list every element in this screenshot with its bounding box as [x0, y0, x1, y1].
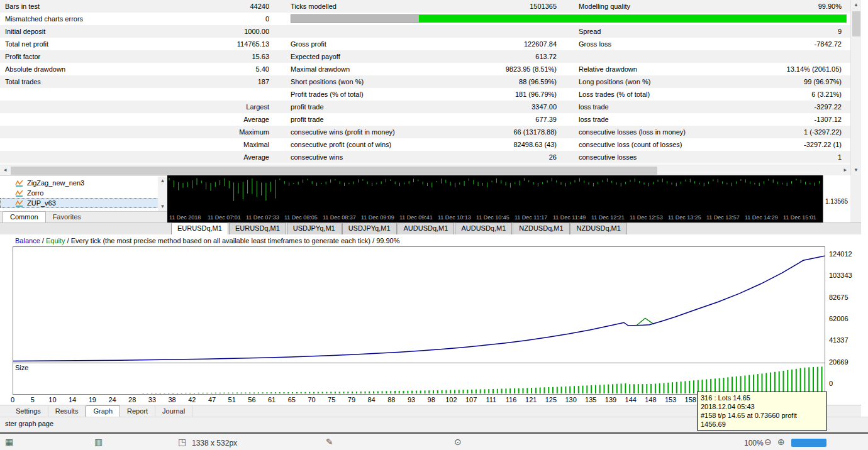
scroll-left-icon[interactable]: ◄ [0, 165, 10, 175]
price-chart[interactable]: 11 Dec 201811 Dec 07:0111 Dec 07:3311 De… [167, 175, 823, 222]
vscroll-thumb[interactable] [852, 11, 860, 36]
modelling-quality-progressbar [291, 14, 847, 23]
report-value: 181 (96.79%) [515, 88, 557, 101]
report-value: 9823.95 (8.51%) [506, 63, 557, 75]
report-value [160, 88, 269, 101]
time-axis-label: 11 Dec 13:57 [706, 214, 740, 221]
selection-icon[interactable]: ◳ [178, 437, 186, 447]
chart-tab[interactable]: AUDUSDq,M1 [455, 222, 512, 234]
navigator-tab-favorites[interactable]: Favorites [46, 212, 88, 222]
report-row[interactable]: Largestprofit trade3347.00loss trade-329… [0, 101, 850, 113]
report-row[interactable]: Total net profit114765.13Gross profit122… [0, 38, 850, 50]
x-axis-label: 125 [545, 396, 557, 403]
report-row[interactable]: Profit factor15.63Expected payoff613.72 [0, 50, 850, 63]
x-axis-label: 158 [685, 396, 696, 403]
time-axis-label: 11 Dec 09:09 [361, 214, 394, 221]
zoom-out-icon[interactable]: ⊖ [764, 437, 772, 447]
tester-tab-graph[interactable]: Graph [86, 405, 120, 417]
x-axis-label: 0 [11, 396, 14, 403]
navigator-panel: ZigZag_new_nen3ZorroZUP_v63 ▲ ▼ [0, 175, 167, 211]
scroll-right-icon[interactable]: ► [840, 165, 850, 175]
x-axis-label: 38 [168, 396, 175, 403]
navigator-item[interactable]: ZigZag_new_nen3 [0, 178, 167, 188]
report-label [0, 101, 160, 113]
chart-tab[interactable]: USDJPYq,M1 [287, 222, 342, 234]
tester-tab-settings[interactable]: Settings [9, 406, 48, 417]
tester-graph-panel: Balance / Equity / Every tick (the most … [0, 234, 861, 417]
navigator-item[interactable]: ZUP_v63 [0, 198, 167, 208]
price-scale: 1.13565 [823, 175, 850, 222]
scroll-down-icon[interactable]: ▼ [851, 165, 861, 175]
report-label: Long positions (won %) [579, 75, 650, 88]
report-row[interactable]: Maximumconsecutive wins (profit in money… [0, 126, 850, 138]
report-value: -1307.12 [815, 113, 842, 126]
report-row[interactable]: Averageprofit trade677.39loss trade-1307… [0, 113, 850, 126]
chart-tab[interactable]: AUDUSDq,M1 [398, 222, 455, 234]
report-value: 1000.00 [160, 25, 269, 38]
report-label: loss trade [579, 113, 609, 126]
chart-tab[interactable]: USDJPYq,M1 [342, 222, 397, 234]
x-axis-label: 70 [308, 396, 315, 403]
graph-legend: Balance / Equity / Every tick (the most … [15, 237, 399, 244]
report-horizontal-scrollbar[interactable]: ◄ ► [0, 165, 850, 175]
navigator-item[interactable]: Zorro [0, 188, 167, 198]
pencil-icon[interactable]: ✎ [326, 437, 333, 447]
chart-tabbar: EURUSDq,M1EURUSDq,M1USDJPYq,M1USDJPYq,M1… [0, 222, 861, 234]
x-axis-label: 5 [31, 396, 35, 403]
tester-tab-journal[interactable]: Journal [155, 406, 192, 417]
report-value: 88 (96.59%) [519, 75, 557, 88]
report-row[interactable]: Absolute drawdown5.40Maximal drawdown982… [0, 63, 850, 75]
scroll-up-icon[interactable]: ▲ [851, 0, 861, 10]
report-row[interactable]: Mismatched charts errors0 [0, 13, 850, 25]
report-value: 44240 [160, 0, 269, 13]
report-row[interactable]: Averageconsecutive wins26consecutive los… [0, 151, 850, 163]
legend-tail: / Every tick (the most precise method ba… [65, 237, 400, 244]
grid-icon[interactable]: ▦ [5, 437, 13, 447]
report-label: consecutive profit (count of wins) [291, 138, 391, 151]
chart-tab[interactable]: EURUSDq,M1 [229, 222, 286, 234]
report-value: 13.14% (2061.05) [787, 63, 842, 75]
indicator-icon [15, 179, 24, 187]
scroll-up-icon[interactable]: ▲ [158, 177, 167, 185]
progress-green-segment [419, 15, 846, 22]
x-axis-label: 79 [348, 396, 355, 403]
chart-tab[interactable]: NZDUSDq,M1 [513, 222, 569, 234]
chart-tab[interactable]: EURUSDq,M1 [171, 222, 228, 234]
x-axis-label: 14 [69, 396, 76, 403]
report-vertical-scrollbar[interactable]: ▲ ▼ [850, 0, 861, 175]
tester-tab-results[interactable]: Results [48, 406, 86, 417]
time-axis-label: 11 Dec 08:05 [284, 214, 318, 221]
report-row[interactable]: Initial deposit1000.00Spread9 [0, 25, 850, 38]
chart-tab[interactable]: NZDUSDq,M1 [570, 222, 627, 234]
balance-plot[interactable] [13, 246, 825, 363]
zoom-in-icon[interactable]: ⊕ [777, 437, 785, 447]
size-histogram-panel[interactable]: Size [13, 363, 825, 395]
scroll-down-icon[interactable]: ▼ [158, 202, 167, 211]
x-axis-label: 107 [465, 396, 477, 403]
report-value: 5.40 [160, 63, 269, 75]
tooltip-line: #158 t/p 14.65 at 0.73660 profit 1456.69 [701, 411, 823, 429]
report-value: Largest [160, 101, 269, 113]
time-axis-label: 11 Dec 2018 [169, 214, 201, 221]
report-label: Short positions (won %) [291, 75, 364, 88]
x-axis-label: 144 [625, 396, 637, 403]
x-axis-label: 130 [565, 396, 576, 403]
report-row[interactable]: Profit trades (% of total)181 (96.79%)Lo… [0, 88, 850, 101]
screen-icon[interactable]: ▥ [94, 437, 103, 447]
report-row[interactable]: Maximalconsecutive profit (count of wins… [0, 138, 850, 151]
target-icon[interactable]: ⊙ [454, 437, 462, 447]
y-axis-label: 41337 [829, 336, 859, 344]
report-label: Modelling quality [579, 0, 630, 13]
hscroll-thumb[interactable] [11, 167, 657, 175]
x-axis-label: 51 [228, 396, 236, 403]
report-value: Average [160, 151, 269, 163]
time-axis-label: 11 Dec 11:49 [553, 214, 586, 221]
report-row[interactable]: Total trades187Short positions (won %)88… [0, 75, 850, 88]
report-label: Mismatched charts errors [0, 13, 160, 25]
zoom-slider[interactable] [791, 439, 826, 447]
navigator-scrollbar[interactable]: ▲ ▼ [158, 177, 167, 211]
navigator-tab-common[interactable]: Common [3, 211, 46, 222]
tester-tab-report[interactable]: Report [120, 406, 155, 417]
report-row[interactable]: Bars in test44240Ticks modelled1501365Mo… [0, 0, 850, 13]
navigator-list: ZigZag_new_nen3ZorroZUP_v63 [0, 178, 167, 208]
